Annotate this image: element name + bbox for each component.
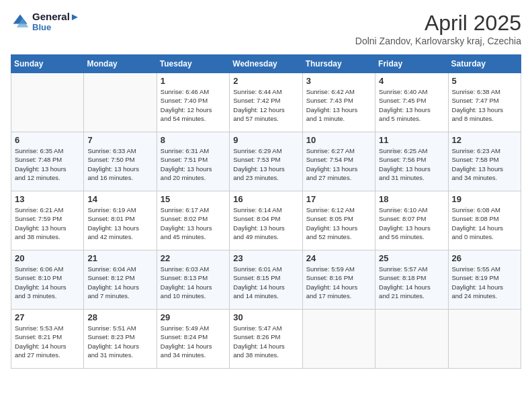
calendar-cell: 11Sunrise: 6:25 AM Sunset: 7:56 PM Dayli… — [375, 132, 448, 191]
calendar-cell — [375, 310, 448, 369]
day-info: Sunrise: 5:49 AM Sunset: 8:24 PM Dayligh… — [161, 324, 226, 359]
week-row-5: 27Sunrise: 5:53 AM Sunset: 8:21 PM Dayli… — [11, 310, 521, 369]
day-number: 15 — [161, 194, 226, 204]
calendar-cell: 25Sunrise: 5:57 AM Sunset: 8:18 PM Dayli… — [375, 250, 448, 310]
calendar-cell: 30Sunrise: 5:47 AM Sunset: 8:26 PM Dayli… — [230, 310, 302, 369]
weekday-header-wednesday: Wednesday — [230, 55, 302, 73]
day-info: Sunrise: 6:14 AM Sunset: 8:04 PM Dayligh… — [233, 205, 298, 241]
day-number: 16 — [233, 194, 298, 204]
calendar-cell: 28Sunrise: 5:51 AM Sunset: 8:23 PM Dayli… — [84, 310, 157, 369]
week-row-3: 13Sunrise: 6:21 AM Sunset: 7:59 PM Dayli… — [11, 191, 521, 250]
day-number: 17 — [306, 194, 371, 204]
calendar-cell: 27Sunrise: 5:53 AM Sunset: 8:21 PM Dayli… — [11, 310, 84, 369]
day-number: 29 — [161, 312, 226, 322]
day-info: Sunrise: 5:57 AM Sunset: 8:18 PM Dayligh… — [379, 265, 444, 300]
day-number: 4 — [379, 76, 444, 86]
calendar-cell: 19Sunrise: 6:08 AM Sunset: 8:08 PM Dayli… — [448, 191, 521, 250]
day-info: Sunrise: 6:17 AM Sunset: 8:02 PM Dayligh… — [161, 205, 226, 241]
day-info: Sunrise: 6:25 AM Sunset: 7:56 PM Dayligh… — [379, 146, 444, 182]
calendar-cell: 3Sunrise: 6:42 AM Sunset: 7:43 PM Daylig… — [302, 73, 375, 132]
day-info: Sunrise: 5:47 AM Sunset: 8:26 PM Dayligh… — [233, 324, 298, 359]
day-info: Sunrise: 6:31 AM Sunset: 7:51 PM Dayligh… — [161, 146, 226, 182]
day-number: 23 — [233, 253, 298, 263]
day-number: 28 — [87, 312, 152, 322]
day-info: Sunrise: 5:53 AM Sunset: 8:21 PM Dayligh… — [15, 324, 80, 359]
day-info: Sunrise: 6:29 AM Sunset: 7:53 PM Dayligh… — [233, 146, 298, 182]
calendar-cell: 2Sunrise: 6:44 AM Sunset: 7:42 PM Daylig… — [230, 73, 302, 132]
day-info: Sunrise: 5:59 AM Sunset: 8:16 PM Dayligh… — [306, 265, 371, 300]
day-number: 12 — [452, 135, 517, 145]
calendar-cell: 12Sunrise: 6:23 AM Sunset: 7:58 PM Dayli… — [448, 132, 521, 191]
day-number: 27 — [15, 312, 80, 322]
day-number: 19 — [452, 194, 517, 204]
day-number: 18 — [379, 194, 444, 204]
day-info: Sunrise: 6:42 AM Sunset: 7:43 PM Dayligh… — [306, 87, 371, 123]
day-number: 7 — [87, 135, 152, 145]
day-number: 2 — [233, 76, 298, 86]
calendar-cell: 29Sunrise: 5:49 AM Sunset: 8:24 PM Dayli… — [157, 310, 229, 369]
day-number: 5 — [452, 76, 517, 86]
week-row-4: 20Sunrise: 6:06 AM Sunset: 8:10 PM Dayli… — [11, 250, 521, 310]
weekday-header-tuesday: Tuesday — [157, 55, 229, 73]
day-info: Sunrise: 6:10 AM Sunset: 8:07 PM Dayligh… — [379, 205, 444, 241]
day-number: 8 — [161, 135, 226, 145]
day-info: Sunrise: 6:06 AM Sunset: 8:10 PM Dayligh… — [15, 265, 80, 300]
day-info: Sunrise: 6:23 AM Sunset: 7:58 PM Dayligh… — [452, 146, 517, 182]
weekday-header-monday: Monday — [84, 55, 157, 73]
day-info: Sunrise: 6:04 AM Sunset: 8:12 PM Dayligh… — [87, 265, 152, 300]
title-block: April 2025 Dolni Zandov, Karlovarsky kra… — [355, 11, 521, 46]
calendar-cell: 9Sunrise: 6:29 AM Sunset: 7:53 PM Daylig… — [230, 132, 302, 191]
day-info: Sunrise: 6:40 AM Sunset: 7:45 PM Dayligh… — [379, 87, 444, 123]
calendar-cell: 8Sunrise: 6:31 AM Sunset: 7:51 PM Daylig… — [157, 132, 229, 191]
day-info: Sunrise: 6:33 AM Sunset: 7:50 PM Dayligh… — [87, 146, 152, 182]
day-number: 21 — [87, 253, 152, 263]
calendar-cell: 14Sunrise: 6:19 AM Sunset: 8:01 PM Dayli… — [84, 191, 157, 250]
day-number: 24 — [306, 253, 371, 263]
day-info: Sunrise: 6:38 AM Sunset: 7:47 PM Dayligh… — [452, 87, 517, 123]
calendar-cell: 16Sunrise: 6:14 AM Sunset: 8:04 PM Dayli… — [230, 191, 302, 250]
calendar-cell: 21Sunrise: 6:04 AM Sunset: 8:12 PM Dayli… — [84, 250, 157, 310]
day-number: 22 — [161, 253, 226, 263]
day-info: Sunrise: 6:03 AM Sunset: 8:13 PM Dayligh… — [161, 265, 226, 300]
week-row-2: 6Sunrise: 6:35 AM Sunset: 7:48 PM Daylig… — [11, 132, 521, 191]
day-info: Sunrise: 5:55 AM Sunset: 8:19 PM Dayligh… — [452, 265, 517, 300]
logo-icon — [11, 12, 30, 31]
day-number: 30 — [233, 312, 298, 322]
day-number: 9 — [233, 135, 298, 145]
day-number: 3 — [306, 76, 371, 86]
weekday-header-thursday: Thursday — [302, 55, 375, 73]
day-number: 20 — [15, 253, 80, 263]
day-number: 6 — [15, 135, 80, 145]
weekday-header-friday: Friday — [375, 55, 448, 73]
calendar-cell: 10Sunrise: 6:27 AM Sunset: 7:54 PM Dayli… — [302, 132, 375, 191]
calendar-cell — [11, 73, 84, 132]
calendar-cell: 6Sunrise: 6:35 AM Sunset: 7:48 PM Daylig… — [11, 132, 84, 191]
calendar-cell: 24Sunrise: 5:59 AM Sunset: 8:16 PM Dayli… — [302, 250, 375, 310]
day-number: 25 — [379, 253, 444, 263]
calendar-cell: 23Sunrise: 6:01 AM Sunset: 8:15 PM Dayli… — [230, 250, 302, 310]
calendar-cell: 5Sunrise: 6:38 AM Sunset: 7:47 PM Daylig… — [448, 73, 521, 132]
day-info: Sunrise: 6:01 AM Sunset: 8:15 PM Dayligh… — [233, 265, 298, 300]
calendar-cell: 7Sunrise: 6:33 AM Sunset: 7:50 PM Daylig… — [84, 132, 157, 191]
logo-text: General► Blue — [32, 11, 80, 32]
day-number: 1 — [161, 76, 226, 86]
month-title: April 2025 — [355, 11, 521, 36]
page-header: General► Blue April 2025 Dolni Zandov, K… — [11, 11, 521, 46]
calendar-cell: 1Sunrise: 6:46 AM Sunset: 7:40 PM Daylig… — [157, 73, 229, 132]
calendar-cell: 22Sunrise: 6:03 AM Sunset: 8:13 PM Dayli… — [157, 250, 229, 310]
day-info: Sunrise: 5:51 AM Sunset: 8:23 PM Dayligh… — [87, 324, 152, 359]
day-info: Sunrise: 6:44 AM Sunset: 7:42 PM Dayligh… — [233, 87, 298, 123]
day-info: Sunrise: 6:27 AM Sunset: 7:54 PM Dayligh… — [306, 146, 371, 182]
calendar-cell — [84, 73, 157, 132]
day-info: Sunrise: 6:21 AM Sunset: 7:59 PM Dayligh… — [15, 205, 80, 241]
day-number: 10 — [306, 135, 371, 145]
day-number: 26 — [452, 253, 517, 263]
day-number: 11 — [379, 135, 444, 145]
logo: General► Blue — [11, 11, 80, 32]
calendar-cell: 17Sunrise: 6:12 AM Sunset: 8:05 PM Dayli… — [302, 191, 375, 250]
week-row-1: 1Sunrise: 6:46 AM Sunset: 7:40 PM Daylig… — [11, 73, 521, 132]
calendar-cell — [302, 310, 375, 369]
day-info: Sunrise: 6:08 AM Sunset: 8:08 PM Dayligh… — [452, 205, 517, 241]
day-info: Sunrise: 6:35 AM Sunset: 7:48 PM Dayligh… — [15, 146, 80, 182]
day-info: Sunrise: 6:19 AM Sunset: 8:01 PM Dayligh… — [87, 205, 152, 241]
